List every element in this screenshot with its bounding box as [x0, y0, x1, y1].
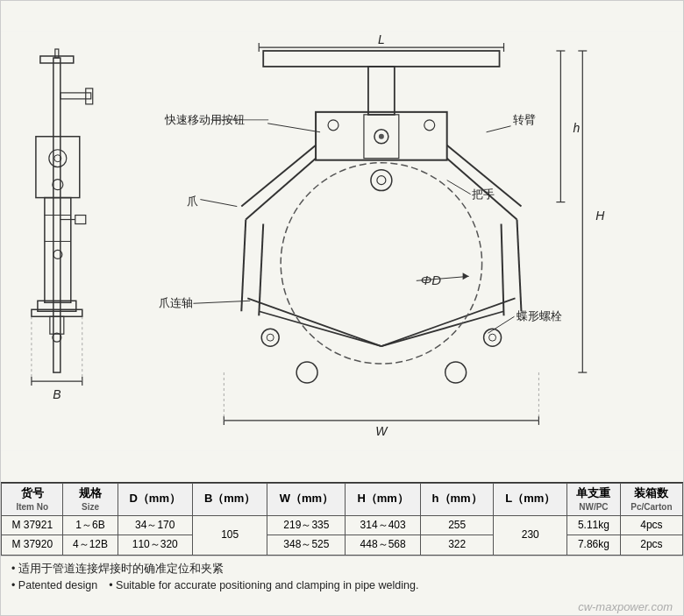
table-row: M 37920 4～12B 110～320 348～525 448～568 32…: [2, 535, 683, 556]
cell-l: 230: [494, 515, 567, 555]
cell-h-2: 448～568: [346, 535, 420, 556]
cell-b: 105: [192, 515, 267, 555]
col-w: W（mm）: [267, 483, 346, 515]
cell-item-no-1: M 37921: [2, 515, 63, 535]
cell-h-1: 314～403: [346, 515, 420, 535]
svg-text:H: H: [595, 209, 605, 223]
table-header-row: 货号 Item No 规格 Size D（mm） B（mm） W（mm）: [2, 483, 683, 515]
svg-text:爪连轴: 爪连轴: [159, 296, 193, 309]
note-line-2: • Patented design • Suitable for accurat…: [11, 578, 673, 593]
cell-carton-2: 2pcs: [620, 535, 682, 556]
brand-watermark: cw-maxpower.com: [1, 598, 683, 615]
svg-text:把手: 把手: [472, 188, 495, 201]
diagram-area: B L h H: [1, 1, 683, 482]
cell-w-1: 219～335: [267, 515, 346, 535]
svg-point-45: [379, 134, 384, 139]
svg-text:快速移动用按钮: 快速移动用按钮: [164, 113, 245, 126]
cell-size-2: 4～12B: [63, 535, 118, 556]
svg-text:h: h: [573, 121, 580, 135]
col-d: D（mm）: [118, 483, 192, 515]
specs-table: 货号 Item No 规格 Size D（mm） B（mm） W（mm）: [1, 483, 683, 556]
svg-rect-0: [1, 32, 683, 451]
cell-item-no-2: M 37920: [2, 535, 63, 556]
svg-text:转臂: 转臂: [513, 113, 536, 126]
cell-carton-1: 4pcs: [620, 515, 682, 535]
notes-section: • 适用于管道连接焊接时的确准定位和夹紧 • Patented design •…: [1, 556, 683, 598]
col-size: 规格 Size: [63, 483, 118, 515]
note-line-1: • 适用于管道连接焊接时的确准定位和夹紧: [11, 562, 673, 577]
cell-h-small-2: 322: [420, 535, 494, 556]
svg-text:蝶形螺栓: 蝶形螺栓: [517, 309, 562, 322]
cell-weight-1: 5.11kg: [567, 515, 621, 535]
cell-w-2: 348～525: [267, 535, 346, 556]
col-item-no: 货号 Item No: [2, 483, 63, 515]
col-h: H（mm）: [346, 483, 420, 515]
cell-size-1: 1～6B: [63, 515, 118, 535]
svg-text:B: B: [53, 387, 61, 401]
col-weight: 单支重 NW/PC: [567, 483, 621, 515]
svg-text:W: W: [375, 424, 388, 438]
col-h-small: h（mm）: [420, 483, 494, 515]
cell-d-1: 34～170: [118, 515, 192, 535]
svg-text:爪: 爪: [187, 195, 198, 208]
main-container: B L h H: [0, 0, 684, 616]
brand-text: cw-maxpower.com: [578, 600, 673, 613]
col-l: L（mm）: [494, 483, 567, 515]
table-section: 货号 Item No 规格 Size D（mm） B（mm） W（mm）: [1, 482, 683, 556]
cell-weight-2: 7.86kg: [567, 535, 621, 556]
table-row: M 37921 1～6B 34～170 105 219～335 314～403 …: [2, 515, 683, 535]
svg-text:L: L: [378, 32, 385, 46]
col-carton: 装箱数 Pc/Carton: [620, 483, 682, 515]
cell-h-small-1: 255: [420, 515, 494, 535]
cell-d-2: 110～320: [118, 535, 192, 556]
col-b: B（mm）: [192, 483, 267, 515]
